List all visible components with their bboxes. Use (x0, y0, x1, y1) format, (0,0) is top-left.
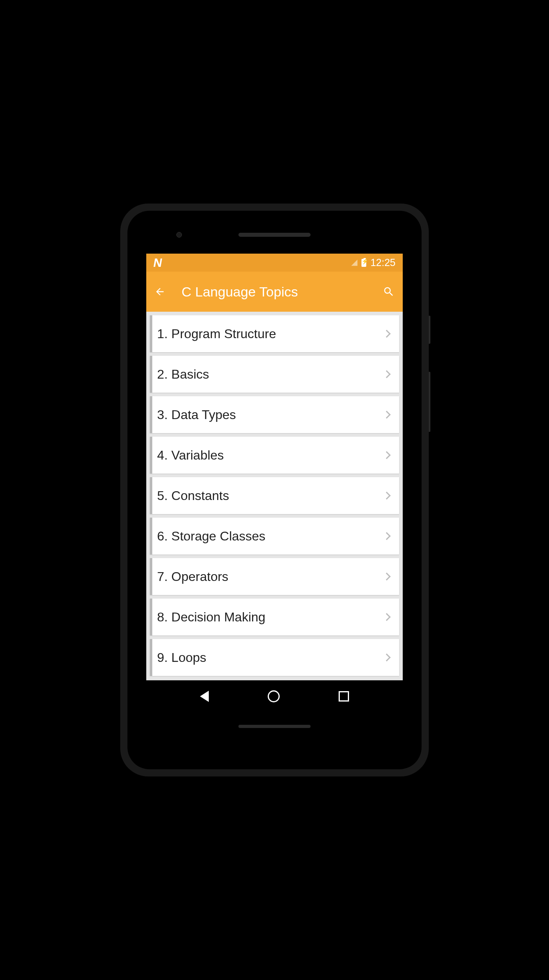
chevron-right-icon (383, 451, 391, 459)
app-bar: C Language Topics (146, 272, 403, 312)
front-camera (176, 232, 182, 238)
nav-recents-button[interactable] (339, 691, 349, 702)
chevron-right-icon (383, 573, 391, 581)
phone-top-bezel (132, 216, 417, 254)
phone-bottom-bezel (132, 712, 417, 740)
battery-charging-icon (361, 259, 366, 267)
search-button[interactable] (383, 286, 395, 298)
topic-label: 7. Operators (157, 569, 384, 584)
topic-label: 6. Storage Classes (157, 529, 384, 544)
nav-back-button[interactable] (200, 691, 209, 702)
topic-label: 8. Decision Making (157, 610, 384, 625)
chevron-right-icon (383, 613, 391, 621)
topic-label: 9. Loops (157, 650, 384, 665)
topic-label: 4. Variables (157, 448, 384, 463)
chevron-right-icon (383, 411, 391, 419)
phone-inner-frame: N 12:25 C Language Topics (127, 211, 422, 769)
chevron-right-icon (383, 653, 391, 661)
topic-label: 1. Program Structure (157, 327, 384, 341)
phone-device-frame: N 12:25 C Language Topics (120, 204, 429, 776)
topic-item-variables[interactable]: 4. Variables (150, 437, 399, 474)
topic-item-basics[interactable]: 2. Basics (150, 356, 399, 393)
topic-item-decision-making[interactable]: 8. Decision Making (150, 599, 399, 635)
status-bar-left: N (153, 256, 161, 270)
topic-label: 2. Basics (157, 367, 384, 382)
search-icon (383, 286, 395, 298)
topic-item-data-types[interactable]: 3. Data Types (150, 396, 399, 433)
topics-list: 1. Program Structure 2. Basics 3. Data T… (146, 312, 403, 683)
topic-item-loops[interactable]: 9. Loops (150, 639, 399, 676)
topic-item-operators[interactable]: 7. Operators (150, 558, 399, 595)
status-bar-right: 12:25 (351, 257, 396, 268)
volume-button (429, 372, 430, 432)
nav-home-button[interactable] (268, 690, 280, 702)
topic-item-constants[interactable]: 5. Constants (150, 477, 399, 514)
back-button[interactable] (154, 286, 166, 297)
power-button (429, 316, 430, 344)
bottom-speaker (238, 725, 311, 728)
clock-time: 12:25 (370, 257, 396, 268)
chevron-right-icon (383, 370, 391, 378)
phone-screen: N 12:25 C Language Topics (146, 254, 403, 712)
chevron-right-icon (383, 492, 391, 500)
navigation-bar (146, 680, 403, 712)
topic-item-program-structure[interactable]: 1. Program Structure (150, 315, 399, 352)
page-title: C Language Topics (182, 284, 367, 300)
status-bar: N 12:25 (146, 254, 403, 272)
earpiece-speaker (238, 233, 311, 237)
topic-item-storage-classes[interactable]: 6. Storage Classes (150, 518, 399, 555)
chevron-right-icon (383, 330, 391, 338)
signal-icon (351, 260, 357, 266)
chevron-right-icon (383, 532, 391, 540)
arrow-back-icon (154, 286, 166, 297)
topic-label: 5. Constants (157, 488, 384, 503)
topic-label: 3. Data Types (157, 407, 384, 422)
android-n-icon: N (152, 256, 163, 270)
